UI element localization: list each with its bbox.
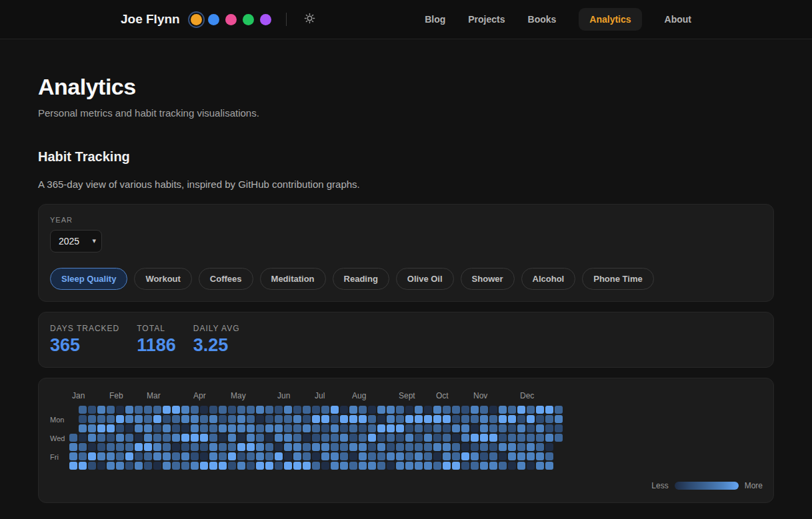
heatmap-cell[interactable] (424, 443, 432, 451)
heatmap-cell[interactable] (219, 406, 227, 414)
heatmap-cell[interactable] (405, 462, 413, 470)
heatmap-cell[interactable] (527, 415, 535, 423)
heatmap-cell[interactable] (275, 424, 283, 432)
heatmap-cell[interactable] (228, 434, 236, 442)
heatmap-cell[interactable] (480, 462, 488, 470)
heatmap-cell[interactable] (321, 443, 329, 451)
heatmap-cell[interactable] (359, 462, 367, 470)
heatmap-cell[interactable] (387, 443, 395, 451)
heatmap-cell[interactable] (461, 406, 469, 414)
accent-dot-orange[interactable] (191, 14, 202, 25)
heatmap-cell[interactable] (200, 406, 208, 414)
heatmap-cell[interactable] (116, 452, 124, 460)
heatmap-cell[interactable] (191, 443, 199, 451)
heatmap-cell[interactable] (536, 415, 544, 423)
heatmap-cell[interactable] (443, 443, 451, 451)
heatmap-cell[interactable] (480, 406, 488, 414)
heatmap-cell[interactable] (536, 406, 544, 414)
heatmap-cell[interactable] (228, 406, 236, 414)
heatmap-cell[interactable] (499, 424, 507, 432)
heatmap-cell[interactable] (107, 406, 115, 414)
nav-analytics[interactable]: Analytics (579, 8, 641, 31)
heatmap-cell[interactable] (247, 443, 255, 451)
heatmap-cell[interactable] (508, 406, 516, 414)
heatmap-cell[interactable] (97, 415, 105, 423)
heatmap-cell[interactable] (163, 424, 171, 432)
heatmap-cell[interactable] (471, 443, 479, 451)
heatmap-cell[interactable] (396, 415, 404, 423)
heatmap-cell[interactable] (135, 434, 143, 442)
heatmap-cell[interactable] (517, 462, 525, 470)
heatmap-cell[interactable] (97, 434, 105, 442)
heatmap-cell[interactable] (368, 424, 376, 432)
heatmap-cell[interactable] (200, 443, 208, 451)
heatmap-cell[interactable] (153, 415, 161, 423)
heatmap-cell[interactable] (415, 424, 423, 432)
heatmap-cell[interactable] (88, 406, 96, 414)
heatmap-cell[interactable] (555, 434, 563, 442)
heatmap-cell[interactable] (88, 434, 96, 442)
heatmap-cell[interactable] (340, 406, 348, 414)
heatmap-cell[interactable] (368, 443, 376, 451)
heatmap-cell[interactable] (527, 424, 535, 432)
heatmap-cell[interactable] (79, 443, 87, 451)
heatmap-cell[interactable] (517, 434, 525, 442)
heatmap-cell[interactable] (97, 452, 105, 460)
heatmap-cell[interactable] (424, 424, 432, 432)
heatmap-cell[interactable] (237, 406, 245, 414)
heatmap-cell[interactable] (144, 452, 152, 460)
heatmap-cell[interactable] (405, 434, 413, 442)
heatmap-cell[interactable] (461, 462, 469, 470)
heatmap-cell[interactable] (359, 443, 367, 451)
heatmap-cell[interactable] (545, 424, 553, 432)
heatmap-cell[interactable] (387, 415, 395, 423)
heatmap-cell[interactable] (163, 434, 171, 442)
habit-pill-reading[interactable]: Reading (333, 268, 389, 290)
heatmap-cell[interactable] (405, 452, 413, 460)
heatmap-cell[interactable] (247, 452, 255, 460)
heatmap-cell[interactable] (153, 434, 161, 442)
heatmap-cell[interactable] (144, 415, 152, 423)
accent-dot-blue[interactable] (208, 14, 219, 25)
heatmap-cell[interactable] (340, 452, 348, 460)
heatmap-cell[interactable] (284, 462, 292, 470)
heatmap-cell[interactable] (377, 424, 385, 432)
heatmap-cell[interactable] (331, 415, 339, 423)
heatmap-cell[interactable] (265, 452, 273, 460)
heatmap-cell[interactable] (508, 415, 516, 423)
heatmap-cell[interactable] (461, 452, 469, 460)
heatmap-cell[interactable] (387, 462, 395, 470)
heatmap-cell[interactable] (461, 434, 469, 442)
heatmap-cell[interactable] (349, 462, 357, 470)
heatmap-cell[interactable] (312, 462, 320, 470)
heatmap-cell[interactable] (471, 406, 479, 414)
heatmap-cell[interactable] (116, 406, 124, 414)
heatmap-cell[interactable] (247, 406, 255, 414)
heatmap-cell[interactable] (265, 424, 273, 432)
heatmap-cell[interactable] (517, 424, 525, 432)
heatmap-cell[interactable] (172, 434, 180, 442)
heatmap-cell[interactable] (443, 415, 451, 423)
heatmap-cell[interactable] (153, 406, 161, 414)
heatmap-cell[interactable] (293, 434, 301, 442)
heatmap-cell[interactable] (471, 424, 479, 432)
heatmap-cell[interactable] (209, 452, 217, 460)
heatmap-cell[interactable] (368, 462, 376, 470)
heatmap-cell[interactable] (443, 424, 451, 432)
heatmap-cell[interactable] (368, 415, 376, 423)
heatmap-cell[interactable] (517, 406, 525, 414)
heatmap-cell[interactable] (293, 452, 301, 460)
heatmap-cell[interactable] (275, 406, 283, 414)
heatmap-cell[interactable] (181, 406, 189, 414)
heatmap-cell[interactable] (172, 415, 180, 423)
heatmap-cell[interactable] (219, 424, 227, 432)
heatmap-cell[interactable] (359, 415, 367, 423)
heatmap-cell[interactable] (107, 424, 115, 432)
heatmap-cell[interactable] (209, 415, 217, 423)
habit-pill-coffees[interactable]: Coffees (199, 268, 253, 290)
heatmap-cell[interactable] (489, 415, 497, 423)
heatmap-cell[interactable] (256, 424, 264, 432)
heatmap-cell[interactable] (489, 443, 497, 451)
heatmap-cell[interactable] (443, 434, 451, 442)
heatmap-cell[interactable] (79, 406, 87, 414)
